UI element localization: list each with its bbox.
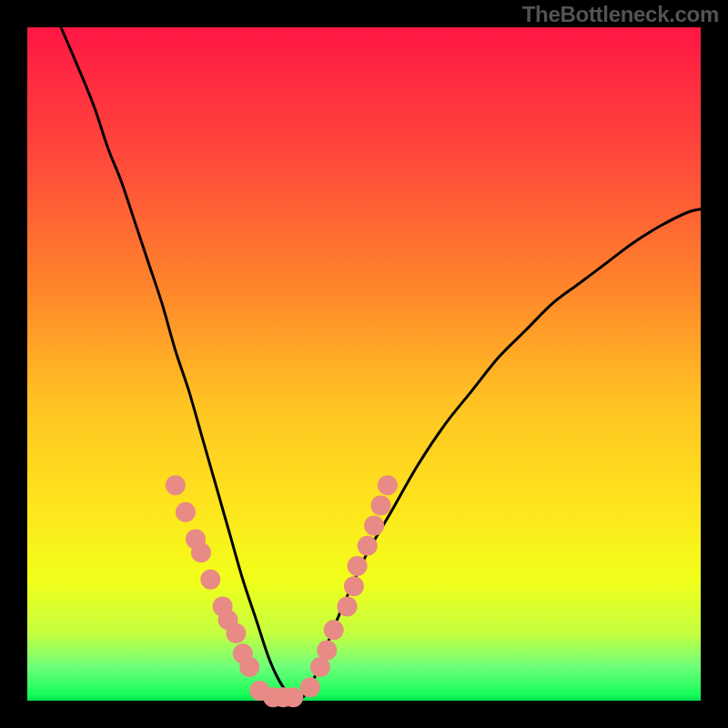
data-point-marker xyxy=(371,495,391,515)
data-point-marker xyxy=(226,623,246,643)
data-point-marker xyxy=(317,641,337,661)
data-point-marker xyxy=(166,475,186,495)
data-point-marker xyxy=(358,536,378,556)
data-point-marker xyxy=(283,687,303,707)
watermark-text: TheBottleneck.com xyxy=(522,2,719,27)
data-point-marker xyxy=(364,516,384,536)
data-point-marker xyxy=(239,657,259,677)
data-point-marker xyxy=(378,475,398,495)
data-point-marker xyxy=(324,620,344,640)
data-point-marker xyxy=(300,677,320,697)
data-point-marker xyxy=(348,556,368,576)
data-point-marker xyxy=(338,596,358,616)
chart-container: TheBottleneck.com xyxy=(0,0,728,728)
data-point-marker xyxy=(344,576,364,596)
data-point-marker xyxy=(191,542,211,562)
data-point-marker xyxy=(200,570,220,590)
plot-area xyxy=(27,27,701,701)
data-markers xyxy=(166,475,398,707)
data-point-marker xyxy=(176,502,196,522)
curve-layer xyxy=(27,27,701,701)
bottleneck-curve xyxy=(61,27,701,701)
